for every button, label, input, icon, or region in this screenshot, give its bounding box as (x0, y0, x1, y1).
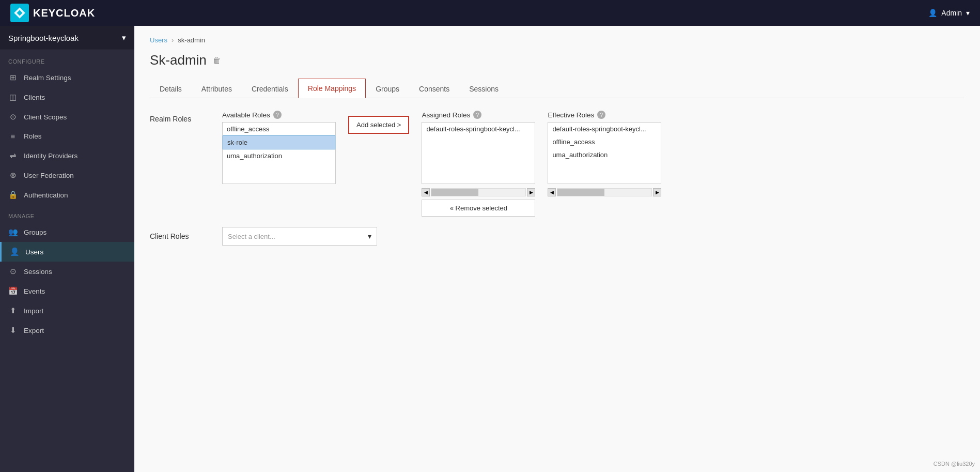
eff-scroll-right-btn[interactable]: ▶ (653, 188, 661, 196)
add-selected-button[interactable]: Add selected > (348, 116, 409, 134)
role-item-offline-access[interactable]: offline_access (223, 123, 335, 135)
sidebar-item-events[interactable]: 📅 Events (0, 281, 134, 301)
sidebar-item-realm-settings[interactable]: ⊞ Realm Settings (0, 68, 134, 87)
roles-icon: ≡ (8, 132, 18, 141)
assigned-scrollbar: ◀ ▶ (422, 188, 535, 196)
sidebar-item-label: Client Scopes (24, 113, 67, 121)
effective-roles-header: Effective Roles ? (548, 111, 661, 119)
effective-role-item-offline[interactable]: offline_access (548, 135, 661, 148)
role-item-uma-authorization[interactable]: uma_authorization (223, 149, 335, 162)
scroll-thumb (431, 189, 478, 196)
realm-settings-icon: ⊞ (8, 73, 18, 82)
eff-scroll-left-btn[interactable]: ◀ (548, 188, 556, 196)
tab-role-mappings[interactable]: Role Mappings (298, 79, 366, 98)
eff-scroll-track (557, 188, 652, 196)
user-federation-icon: ⊗ (8, 171, 18, 180)
tab-sessions[interactable]: Sessions (459, 79, 508, 98)
effective-roles-help-icon[interactable]: ? (597, 111, 605, 119)
remove-selected-label: « Remove selected (450, 204, 507, 212)
available-roles-listbox[interactable]: offline_access sk-role uma_authorization (222, 122, 336, 184)
sessions-icon: ⊙ (8, 267, 18, 276)
eff-scroll-thumb (557, 189, 604, 196)
client-roles-select[interactable]: Select a client... ▾ (222, 227, 377, 246)
page-title: Sk-admin (150, 52, 207, 68)
client-scopes-icon: ⊙ (8, 112, 18, 121)
breadcrumb-separator: › (172, 36, 174, 44)
sidebar-item-identity-providers[interactable]: ⇌ Identity Providers (0, 146, 134, 165)
available-roles-column: Available Roles ? offline_access sk-role… (222, 111, 336, 184)
import-icon: ⬆ (8, 306, 18, 315)
realm-roles-label: Realm Roles (150, 111, 222, 123)
effective-role-item-default[interactable]: default-roles-springboot-keycl... (548, 123, 661, 135)
client-select-placeholder: Select a client... (228, 233, 275, 240)
effective-roles-label: Effective Roles (548, 111, 594, 119)
events-icon: 📅 (8, 286, 18, 296)
scroll-track (431, 188, 526, 196)
remove-selected-button[interactable]: « Remove selected (422, 200, 535, 217)
assigned-roles-header: Assigned Roles ? (422, 111, 535, 119)
effective-scrollbar: ◀ ▶ (548, 188, 661, 196)
client-roles-row: Client Roles Select a client... ▾ (150, 227, 965, 246)
sidebar-item-roles[interactable]: ≡ Roles (0, 127, 134, 146)
sidebar-item-label: Clients (24, 94, 45, 101)
admin-icon: 👤 (928, 9, 937, 17)
sidebar-item-user-federation[interactable]: ⊗ User Federation (0, 165, 134, 185)
assigned-roles-help-icon[interactable]: ? (473, 111, 481, 119)
client-select-dropdown-icon: ▾ (368, 232, 371, 240)
realm-roles-row: Realm Roles Available Roles ? offline_ac… (150, 111, 965, 217)
delete-user-icon[interactable]: 🗑 (213, 56, 221, 65)
available-roles-label: Available Roles (222, 111, 270, 119)
roles-columns: Available Roles ? offline_access sk-role… (222, 111, 661, 217)
tabs-bar: Details Attributes Credentials Role Mapp… (150, 79, 965, 98)
sidebar-item-export[interactable]: ⬇ Export (0, 321, 134, 340)
sidebar-item-label: Import (24, 307, 43, 315)
effective-roles-column: Effective Roles ? default-roles-springbo… (548, 111, 661, 196)
sidebar-item-import[interactable]: ⬆ Import (0, 301, 134, 321)
assigned-roles-label: Assigned Roles (422, 111, 470, 119)
effective-roles-listbox[interactable]: default-roles-springboot-keycl... offlin… (548, 122, 661, 184)
scroll-right-btn[interactable]: ▶ (527, 188, 535, 196)
page-header: Sk-admin 🗑 (150, 52, 965, 68)
effective-role-item-uma[interactable]: uma_authorization (548, 148, 661, 161)
sidebar-item-users[interactable]: 👤 Users (0, 242, 134, 262)
chevron-down-icon: ▾ (966, 9, 970, 17)
sidebar-item-label: Export (24, 327, 44, 334)
manage-section-label: Manage (0, 205, 134, 222)
role-mappings-section: Realm Roles Available Roles ? offline_ac… (150, 111, 965, 246)
sidebar-item-label: Roles (24, 132, 42, 140)
sidebar-item-authentication[interactable]: 🔒 Authentication (0, 185, 134, 205)
sidebar-item-groups[interactable]: 👥 Groups (0, 222, 134, 242)
app-name: KEYCLOAK (33, 7, 95, 19)
role-item-sk-role[interactable]: sk-role (223, 135, 335, 149)
sidebar-item-label: Sessions (24, 268, 52, 276)
scroll-left-btn[interactable]: ◀ (422, 188, 430, 196)
clients-icon: ◫ (8, 93, 18, 102)
admin-menu[interactable]: 👤 Admin ▾ (928, 9, 970, 17)
sidebar-item-clients[interactable]: ◫ Clients (0, 87, 134, 107)
realm-selector[interactable]: Springboot-keycloak ▾ (0, 26, 134, 50)
breadcrumb-users-link[interactable]: Users (150, 36, 167, 44)
sidebar: Springboot-keycloak ▾ Configure ⊞ Realm … (0, 26, 134, 472)
watermark: CSDN @liu320y (934, 461, 975, 467)
client-roles-label: Client Roles (150, 232, 222, 240)
tab-details[interactable]: Details (150, 79, 192, 98)
breadcrumb-current: sk-admin (178, 36, 205, 44)
available-roles-help-icon[interactable]: ? (273, 111, 282, 119)
realm-chevron-icon: ▾ (122, 33, 126, 42)
assigned-roles-listbox[interactable]: default-roles-springboot-keycl... (422, 122, 535, 184)
assigned-role-item-default[interactable]: default-roles-springboot-keycl... (422, 123, 535, 135)
tab-groups[interactable]: Groups (366, 79, 409, 98)
authentication-icon: 🔒 (8, 190, 18, 200)
sidebar-item-client-scopes[interactable]: ⊙ Client Scopes (0, 107, 134, 127)
sidebar-item-sessions[interactable]: ⊙ Sessions (0, 262, 134, 281)
groups-icon: 👥 (8, 227, 18, 237)
tab-attributes[interactable]: Attributes (192, 79, 242, 98)
tab-consents[interactable]: Consents (409, 79, 459, 98)
tab-credentials[interactable]: Credentials (242, 79, 298, 98)
sidebar-item-label: Identity Providers (24, 152, 77, 160)
main-content: Users › sk-admin Sk-admin 🗑 Details Attr… (134, 26, 980, 472)
add-selected-label: Add selected > (356, 121, 401, 129)
top-navbar: KEYCLOAK 👤 Admin ▾ (0, 0, 980, 26)
identity-providers-icon: ⇌ (8, 151, 18, 160)
keycloak-logo-icon (10, 4, 29, 22)
